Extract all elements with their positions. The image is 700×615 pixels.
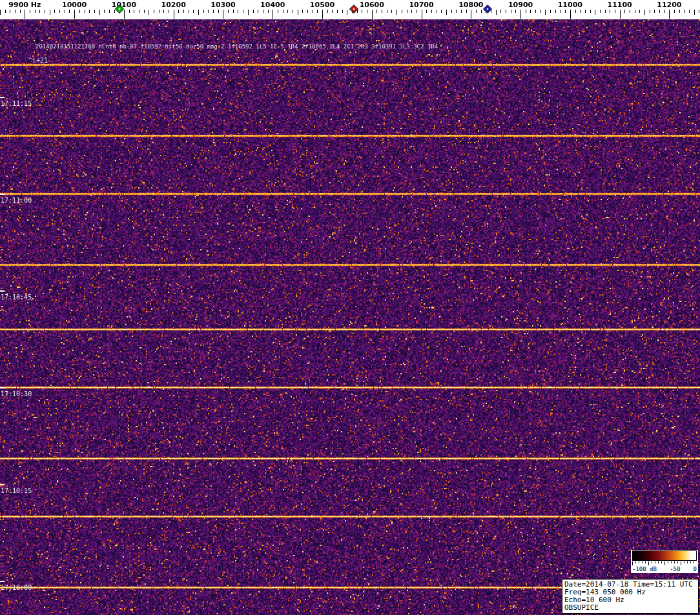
t-offset-label: ^t+21 xyxy=(28,57,48,64)
frequency-scale: 9900 Hz100001010010200103001040010500106… xyxy=(0,0,700,19)
freq-tick-label: 9900 Hz xyxy=(8,1,41,9)
freq-tick-label: 10900 xyxy=(508,1,533,9)
time-label: 17:11:15 xyxy=(1,100,32,107)
freq-tick-label: 11100 xyxy=(607,1,632,9)
time-tick xyxy=(0,387,5,388)
spectrogram-canvas xyxy=(0,19,700,615)
freq-tick-label: 10000 xyxy=(62,1,87,9)
time-tick xyxy=(0,581,5,582)
freq-tick-label: 10700 xyxy=(409,1,433,9)
freq-tick-label: 10400 xyxy=(260,1,285,9)
time-label: 17:10:15 xyxy=(1,487,32,494)
time-label: 17:10:45 xyxy=(1,294,32,301)
freq-tick-label: 10600 xyxy=(360,1,384,9)
time-tick xyxy=(0,290,5,292)
freq-tick-label: 11200 xyxy=(657,1,681,9)
time-tick xyxy=(0,97,5,98)
freq-tick-label: 10200 xyxy=(161,1,186,9)
freq-tick-label: 10300 xyxy=(211,1,235,9)
colorbar: -100 dB -50 0 xyxy=(631,550,698,573)
colorbar-label-max: 0 xyxy=(694,566,697,572)
colorbar-labels: -100 dB -50 0 xyxy=(632,565,697,573)
colorbar-gradient xyxy=(632,550,697,561)
colorbar-label-mid: -50 xyxy=(670,566,680,572)
freq-tick-label: 11000 xyxy=(558,1,582,9)
info-box: Date=2014-07-18 Time=15:11 UTC Freq=143 … xyxy=(562,579,699,614)
time-tick xyxy=(0,484,5,485)
detection-annotation: 20140718151121760 hCnt8 nb-87 f10592 hit… xyxy=(36,43,438,50)
time-label: 17:10:00 xyxy=(1,584,32,591)
time-tick xyxy=(0,194,5,195)
freq-tick-label: 10500 xyxy=(310,1,335,9)
time-label: 17:11:00 xyxy=(1,197,32,204)
time-label: 17:10:30 xyxy=(1,390,32,398)
colorbar-label-min: -100 dB xyxy=(632,566,657,572)
info-line-station: OBSUPICE xyxy=(564,604,696,612)
freq-tick-label: 10800 xyxy=(458,1,483,9)
meteor-spectrogram-app: 9900 Hz100001010010200103001040010500106… xyxy=(0,0,700,615)
